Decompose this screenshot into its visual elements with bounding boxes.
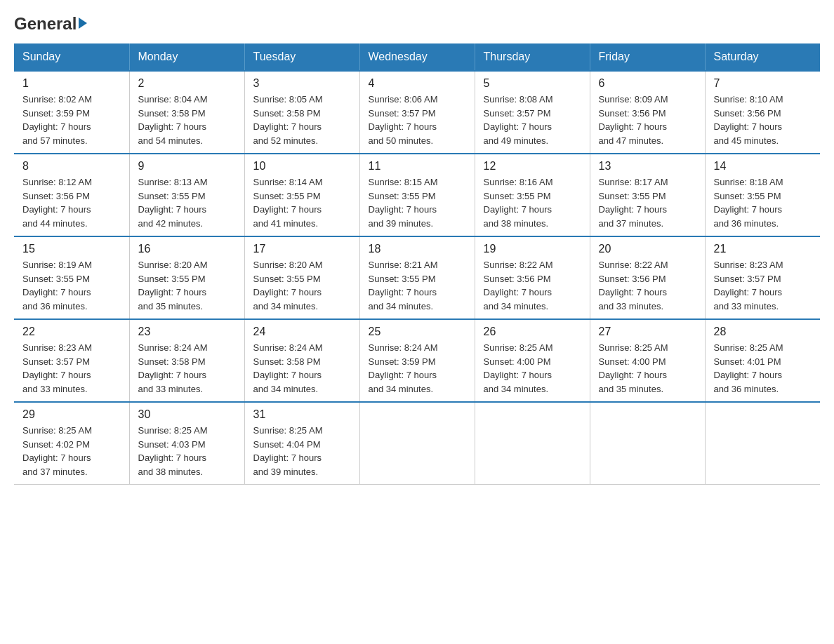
day-number: 16 — [138, 243, 236, 255]
calendar-day-cell: 31Sunrise: 8:25 AM Sunset: 4:04 PM Dayli… — [244, 402, 359, 485]
day-number: 21 — [714, 243, 812, 255]
day-info: Sunrise: 8:22 AM Sunset: 3:56 PM Dayligh… — [484, 258, 581, 313]
calendar-day-cell: 25Sunrise: 8:24 AM Sunset: 3:59 PM Dayli… — [359, 319, 475, 402]
calendar-day-cell: 19Sunrise: 8:22 AM Sunset: 3:56 PM Dayli… — [475, 236, 590, 319]
day-info: Sunrise: 8:10 AM Sunset: 3:56 PM Dayligh… — [714, 93, 812, 147]
day-number: 23 — [138, 326, 236, 338]
day-info: Sunrise: 8:02 AM Sunset: 3:59 PM Dayligh… — [22, 93, 121, 147]
day-number: 30 — [138, 408, 236, 421]
day-number: 14 — [714, 160, 812, 173]
day-info: Sunrise: 8:25 AM Sunset: 4:02 PM Dayligh… — [22, 424, 121, 478]
calendar-day-cell — [359, 402, 475, 485]
calendar-day-cell: 14Sunrise: 8:18 AM Sunset: 3:55 PM Dayli… — [705, 154, 820, 236]
calendar-week-row: 22Sunrise: 8:23 AM Sunset: 3:57 PM Dayli… — [14, 319, 820, 402]
calendar-day-cell: 18Sunrise: 8:21 AM Sunset: 3:55 PM Dayli… — [359, 236, 475, 319]
calendar-day-cell: 10Sunrise: 8:14 AM Sunset: 3:55 PM Dayli… — [244, 154, 359, 236]
logo: General — [14, 14, 87, 29]
calendar-day-cell: 30Sunrise: 8:25 AM Sunset: 4:03 PM Dayli… — [129, 402, 244, 485]
calendar-day-cell: 1Sunrise: 8:02 AM Sunset: 3:59 PM Daylig… — [14, 71, 129, 154]
calendar-day-cell: 6Sunrise: 8:09 AM Sunset: 3:56 PM Daylig… — [590, 71, 705, 154]
day-number: 13 — [599, 160, 696, 173]
day-of-week-header: Friday — [590, 43, 705, 71]
day-number: 31 — [253, 408, 351, 421]
page-header: General — [14, 14, 820, 29]
day-info: Sunrise: 8:25 AM Sunset: 4:00 PM Dayligh… — [599, 341, 696, 396]
calendar-day-cell: 9Sunrise: 8:13 AM Sunset: 3:55 PM Daylig… — [129, 154, 244, 236]
day-number: 4 — [369, 77, 466, 90]
calendar-week-row: 29Sunrise: 8:25 AM Sunset: 4:02 PM Dayli… — [14, 402, 820, 485]
day-info: Sunrise: 8:22 AM Sunset: 3:56 PM Dayligh… — [599, 258, 696, 313]
day-number: 24 — [253, 326, 351, 338]
day-info: Sunrise: 8:23 AM Sunset: 3:57 PM Dayligh… — [22, 341, 121, 396]
day-number: 15 — [22, 243, 121, 255]
day-info: Sunrise: 8:09 AM Sunset: 3:56 PM Dayligh… — [599, 93, 696, 147]
day-number: 10 — [253, 160, 351, 173]
day-info: Sunrise: 8:23 AM Sunset: 3:57 PM Dayligh… — [714, 258, 812, 313]
day-number: 22 — [22, 326, 121, 338]
day-number: 11 — [369, 160, 466, 173]
day-info: Sunrise: 8:25 AM Sunset: 4:01 PM Dayligh… — [714, 341, 812, 396]
calendar-day-cell: 11Sunrise: 8:15 AM Sunset: 3:55 PM Dayli… — [359, 154, 475, 236]
day-info: Sunrise: 8:15 AM Sunset: 3:55 PM Dayligh… — [369, 175, 466, 230]
day-info: Sunrise: 8:14 AM Sunset: 3:55 PM Dayligh… — [253, 175, 351, 230]
day-number: 8 — [22, 160, 121, 173]
day-info: Sunrise: 8:20 AM Sunset: 3:55 PM Dayligh… — [138, 258, 236, 313]
calendar-day-cell: 5Sunrise: 8:08 AM Sunset: 3:57 PM Daylig… — [475, 71, 590, 154]
calendar-day-cell: 20Sunrise: 8:22 AM Sunset: 3:56 PM Dayli… — [590, 236, 705, 319]
calendar-day-cell: 22Sunrise: 8:23 AM Sunset: 3:57 PM Dayli… — [14, 319, 129, 402]
logo-general-text: General — [14, 14, 77, 34]
day-number: 2 — [138, 77, 236, 90]
day-number: 5 — [484, 77, 581, 90]
day-info: Sunrise: 8:24 AM Sunset: 3:58 PM Dayligh… — [138, 341, 236, 396]
day-number: 28 — [714, 326, 812, 338]
day-number: 19 — [484, 243, 581, 255]
day-info: Sunrise: 8:12 AM Sunset: 3:56 PM Dayligh… — [22, 175, 121, 230]
day-info: Sunrise: 8:04 AM Sunset: 3:58 PM Dayligh… — [138, 93, 236, 147]
calendar-day-cell: 17Sunrise: 8:20 AM Sunset: 3:55 PM Dayli… — [244, 236, 359, 319]
day-of-week-header: Tuesday — [244, 43, 359, 71]
day-of-week-header: Monday — [129, 43, 244, 71]
day-info: Sunrise: 8:21 AM Sunset: 3:55 PM Dayligh… — [369, 258, 466, 313]
day-number: 9 — [138, 160, 236, 173]
logo-triangle-icon — [79, 18, 87, 29]
calendar-day-cell: 13Sunrise: 8:17 AM Sunset: 3:55 PM Dayli… — [590, 154, 705, 236]
calendar-day-cell: 21Sunrise: 8:23 AM Sunset: 3:57 PM Dayli… — [705, 236, 820, 319]
calendar-week-row: 1Sunrise: 8:02 AM Sunset: 3:59 PM Daylig… — [14, 71, 820, 154]
day-info: Sunrise: 8:25 AM Sunset: 4:04 PM Dayligh… — [253, 424, 351, 478]
calendar-day-cell: 4Sunrise: 8:06 AM Sunset: 3:57 PM Daylig… — [359, 71, 475, 154]
day-info: Sunrise: 8:19 AM Sunset: 3:55 PM Dayligh… — [22, 258, 121, 313]
day-number: 3 — [253, 77, 351, 90]
day-number: 29 — [22, 408, 121, 421]
day-info: Sunrise: 8:13 AM Sunset: 3:55 PM Dayligh… — [138, 175, 236, 230]
calendar-week-row: 15Sunrise: 8:19 AM Sunset: 3:55 PM Dayli… — [14, 236, 820, 319]
day-number: 26 — [484, 326, 581, 338]
calendar-day-cell: 23Sunrise: 8:24 AM Sunset: 3:58 PM Dayli… — [129, 319, 244, 402]
day-of-week-header: Wednesday — [359, 43, 475, 71]
calendar-day-cell: 7Sunrise: 8:10 AM Sunset: 3:56 PM Daylig… — [705, 71, 820, 154]
calendar-day-cell: 3Sunrise: 8:05 AM Sunset: 3:58 PM Daylig… — [244, 71, 359, 154]
day-number: 1 — [22, 77, 121, 90]
day-number: 27 — [599, 326, 696, 338]
calendar-day-cell: 2Sunrise: 8:04 AM Sunset: 3:58 PM Daylig… — [129, 71, 244, 154]
calendar-day-cell: 24Sunrise: 8:24 AM Sunset: 3:58 PM Dayli… — [244, 319, 359, 402]
day-number: 12 — [484, 160, 581, 173]
day-info: Sunrise: 8:06 AM Sunset: 3:57 PM Dayligh… — [369, 93, 466, 147]
day-number: 18 — [369, 243, 466, 255]
calendar-day-cell — [705, 402, 820, 485]
day-number: 6 — [599, 77, 696, 90]
day-number: 25 — [369, 326, 466, 338]
day-of-week-header: Thursday — [475, 43, 590, 71]
day-of-week-header: Sunday — [14, 43, 129, 71]
day-info: Sunrise: 8:16 AM Sunset: 3:55 PM Dayligh… — [484, 175, 581, 230]
calendar-day-cell: 16Sunrise: 8:20 AM Sunset: 3:55 PM Dayli… — [129, 236, 244, 319]
calendar-table: SundayMondayTuesdayWednesdayThursdayFrid… — [14, 43, 820, 485]
calendar-header-row: SundayMondayTuesdayWednesdayThursdayFrid… — [14, 43, 820, 71]
calendar-day-cell: 28Sunrise: 8:25 AM Sunset: 4:01 PM Dayli… — [705, 319, 820, 402]
calendar-day-cell: 27Sunrise: 8:25 AM Sunset: 4:00 PM Dayli… — [590, 319, 705, 402]
day-info: Sunrise: 8:25 AM Sunset: 4:03 PM Dayligh… — [138, 424, 236, 478]
day-info: Sunrise: 8:24 AM Sunset: 3:58 PM Dayligh… — [253, 341, 351, 396]
day-info: Sunrise: 8:05 AM Sunset: 3:58 PM Dayligh… — [253, 93, 351, 147]
calendar-day-cell: 15Sunrise: 8:19 AM Sunset: 3:55 PM Dayli… — [14, 236, 129, 319]
day-info: Sunrise: 8:18 AM Sunset: 3:55 PM Dayligh… — [714, 175, 812, 230]
calendar-day-cell — [590, 402, 705, 485]
